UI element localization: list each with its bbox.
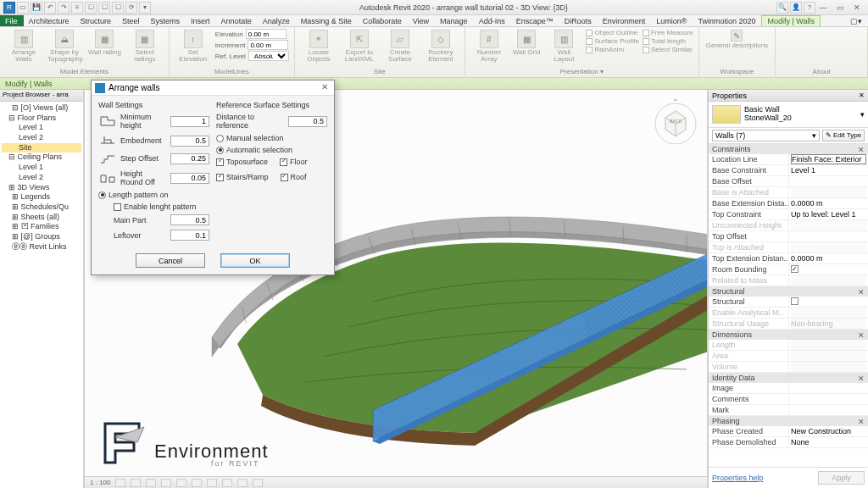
rainanim-check[interactable]: RainAnim: [586, 46, 638, 53]
tree-node[interactable]: ⊟ Ceiling Plans: [2, 152, 81, 163]
prop-value[interactable]: [789, 176, 868, 186]
locate-objects-button[interactable]: ⌖Locate Objects: [300, 29, 337, 64]
minimize-button[interactable]: —: [815, 2, 831, 14]
help-icon[interactable]: ?: [804, 2, 815, 14]
main-part-input[interactable]: [170, 214, 209, 225]
prop-value[interactable]: [789, 198, 868, 208]
tree-node[interactable]: ⓔⓔ Revit Links: [2, 242, 81, 252]
prop-value[interactable]: [789, 242, 868, 252]
leftover-input[interactable]: [170, 230, 209, 241]
sb-sun-icon[interactable]: [146, 479, 156, 487]
tree-node[interactable]: Level 1: [2, 123, 81, 133]
sb-crop-icon[interactable]: [192, 479, 202, 487]
open-icon[interactable]: ▭: [17, 2, 29, 14]
roof-check[interactable]: [281, 174, 288, 181]
select-similar-check[interactable]: Select Similar: [643, 46, 693, 53]
chevron-down-icon[interactable]: ▾: [860, 110, 865, 119]
tab-view[interactable]: View: [408, 15, 435, 26]
total-length-check[interactable]: Total length: [643, 37, 693, 45]
step-offset-input[interactable]: [170, 153, 209, 164]
sb-hide-icon[interactable]: [222, 479, 232, 487]
tree-node[interactable]: ⊞ Schedules/Qu: [2, 202, 81, 213]
length-pattern-radio[interactable]: [98, 191, 106, 199]
ok-button[interactable]: OK: [220, 253, 290, 268]
prop-value[interactable]: [789, 165, 868, 175]
apply-button[interactable]: Apply: [818, 471, 865, 485]
prop-group-header[interactable]: Identity Data⨯: [709, 373, 868, 383]
min-height-input[interactable]: [170, 116, 209, 127]
reflevel-select[interactable]: Absolute El...: [248, 51, 289, 61]
qat-btn[interactable]: ▾: [139, 2, 151, 14]
dialog-close-button[interactable]: ✕: [319, 82, 331, 94]
prop-value[interactable]: [789, 209, 868, 219]
tree-node[interactable]: Level 2: [2, 133, 81, 143]
prop-value[interactable]: [789, 308, 868, 318]
tree-node[interactable]: ⊞ 3D Views: [2, 183, 81, 193]
properties-close-icon[interactable]: ✕: [859, 92, 865, 99]
close-button[interactable]: ✕: [849, 2, 865, 14]
prop-value[interactable]: [789, 275, 868, 286]
tree-node[interactable]: ⊞ 凹 Families: [2, 222, 81, 232]
tab-analyze[interactable]: Analyze: [258, 15, 296, 26]
prop-value[interactable]: [789, 297, 868, 307]
ribbon-collapse-icon[interactable]: ▢▾: [845, 15, 868, 26]
prop-value[interactable]: [789, 351, 868, 361]
free-measure-check[interactable]: Free Measure: [643, 29, 693, 36]
select-railings-button[interactable]: ▦Select railings: [126, 29, 164, 64]
embedment-input[interactable]: [170, 136, 209, 147]
descriptions-button[interactable]: ✎General descriptions: [704, 29, 770, 50]
tab-massing-site[interactable]: Massing & Site: [296, 15, 358, 26]
tree-node[interactable]: Level 1: [2, 163, 81, 173]
export-landxml-button[interactable]: ⇱Export to LandXML: [341, 29, 378, 64]
tab-insert[interactable]: Insert: [186, 15, 216, 26]
redo-icon[interactable]: ↷: [58, 2, 70, 14]
auto-selection-radio[interactable]: [216, 147, 224, 154]
surface-profile-check[interactable]: Surface Profile: [586, 37, 638, 45]
tree-node[interactable]: ⊞ Sheets (all): [2, 213, 81, 223]
tab-diroots[interactable]: DiRoots: [559, 15, 598, 26]
shape-by-topography-button[interactable]: ⛰Shape by Topography: [46, 29, 83, 64]
sb-wt-icon[interactable]: [253, 479, 263, 487]
increment-input[interactable]: [248, 40, 288, 50]
instance-selector[interactable]: Walls (7)▾: [712, 130, 820, 141]
enable-length-check[interactable]: [114, 203, 121, 211]
tab-addins[interactable]: Add-Ins: [474, 15, 511, 26]
project-browser-tree[interactable]: ⊟ [O] Views (all)⊟ Floor PlansLevel 1Lev…: [0, 102, 83, 253]
tab-collaborate[interactable]: Collaborate: [358, 15, 408, 26]
qat-btn[interactable]: ≡: [71, 2, 83, 14]
search-icon[interactable]: 🔍: [776, 2, 788, 14]
tab-modify-walls[interactable]: Modify | Walls: [761, 15, 821, 26]
revit-logo-icon[interactable]: R: [3, 2, 15, 14]
rockery-element-button[interactable]: ◇Rockery Element: [422, 29, 459, 64]
dialog-titlebar[interactable]: Arrange walls ✕: [92, 80, 334, 96]
manual-selection-radio[interactable]: [216, 135, 224, 142]
arrange-walls-button[interactable]: ▥Arrange Walls: [5, 29, 42, 64]
tree-node[interactable]: ⊟ Floor Plans: [2, 114, 81, 124]
sb-crop2-icon[interactable]: [207, 479, 217, 487]
sb-shadow-icon[interactable]: [161, 479, 171, 487]
sb-render-icon[interactable]: [176, 479, 186, 487]
tree-node[interactable]: ⊟ [O] Views (all): [2, 103, 81, 114]
prop-value[interactable]: [789, 426, 868, 436]
prop-value[interactable]: [789, 264, 868, 274]
sync-icon[interactable]: ⟳: [125, 2, 137, 14]
wall-railing-button[interactable]: ▦Wall railing: [86, 29, 123, 57]
sb-detail-icon[interactable]: [115, 479, 125, 487]
tab-enscape[interactable]: Enscape™: [511, 15, 559, 26]
dist-ref-input[interactable]: [288, 116, 327, 127]
qat-btn[interactable]: ☐: [112, 2, 124, 14]
undo-icon[interactable]: ↶: [44, 2, 56, 14]
tab-steel[interactable]: Steel: [117, 15, 146, 26]
prop-value[interactable]: [789, 340, 868, 350]
prop-value[interactable]: [789, 231, 868, 241]
prop-group-header[interactable]: Phasing⨯: [709, 416, 868, 426]
tab-lumion[interactable]: Lumion®: [651, 15, 693, 26]
viewcube[interactable]: BACK: [653, 98, 698, 144]
elevation-input[interactable]: [246, 29, 287, 39]
save-icon[interactable]: 💾: [31, 2, 42, 14]
user-icon[interactable]: 👤: [790, 2, 802, 14]
prop-value[interactable]: [789, 253, 868, 263]
edit-type-button[interactable]: ✎ Edit Type: [822, 130, 865, 141]
prop-value[interactable]: [789, 187, 868, 197]
prop-value[interactable]: [789, 154, 868, 164]
